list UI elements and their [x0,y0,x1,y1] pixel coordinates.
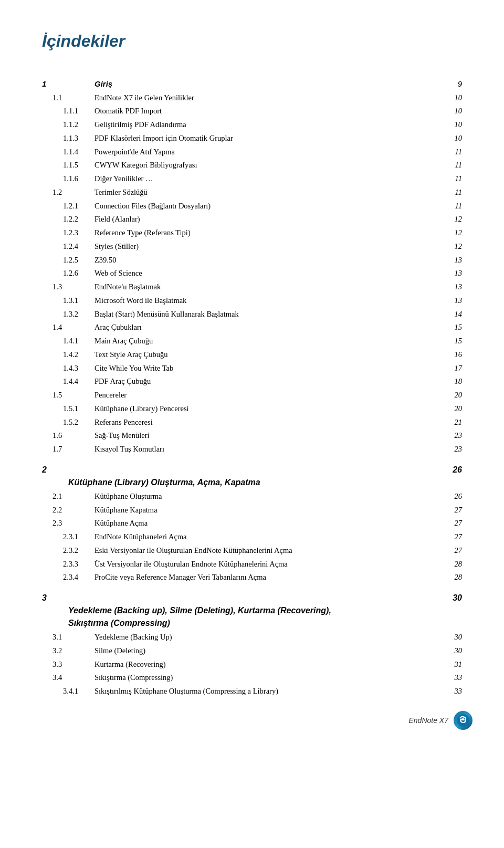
toc-row: 3.4 Sıkıştırma (Compressing) 33 [42,671,462,685]
toc-row: 1.4.1 Main Araç Çubuğu 15 [42,334,462,348]
toc-row: 1.1.4 Powerpoint'de Atıf Yapma 11 [42,145,462,159]
toc-row: 1.6 Sağ-Tuş Menüleri 23 [42,429,462,443]
toc-row: 1.1.1 Otomatik PDF Import 10 [42,104,462,118]
toc-row: 3.3 Kurtarma (Recovering) 31 [42,658,462,672]
toc-row: 1.4.4 PDF Araç Çubuğu 18 [42,375,462,389]
toc-row: 2.3.4 ProCite veya Reference Manager Ver… [42,571,462,584]
toc-row: 1.2.5 Z39.50 13 [42,254,462,267]
toc-row: 1.1.5 CWYW Kategori Bibliyografyası 11 [42,159,462,172]
toc-row: 3.1 Yedekleme (Backing Up) 30 [42,631,462,644]
footer-text: EndNote X7 [409,716,449,725]
toc-row: 1.5 Pencereler 20 [42,389,462,402]
toc-row: 2.3 Kütüphane Açma 27 [42,517,462,530]
toc-row: 3 Yedekleme (Backing up), Silme (Deletin… [42,584,462,631]
toc-row: 1.2.2 Field (Alanlar) 12 [42,213,462,226]
toc-table: 1 Giriş 9 1.1 EndNote X7 ile Gelen Yenil… [42,77,462,698]
toc-row: 1.4.2 Text Style Araç Çubuğu 16 [42,348,462,362]
toc-row: 1.1.3 PDF Klasörleri Import için Otomati… [42,132,462,145]
toc-row: 1.3 EndNote'u Başlatmak 13 [42,280,462,294]
toc-row: 1.1 EndNote X7 ile Gelen Yenilikler 10 [42,91,462,105]
toc-row: 2.3.2 Eski Versiyonlar ile Oluşturulan E… [42,544,462,558]
toc-row: 1.2.4 Styles (Stiller) 12 [42,240,462,254]
toc-row: 1.5.1 Kütüphane (Library) Penceresi 20 [42,402,462,416]
footer: EndNote X7 [409,711,473,730]
toc-row: 1 Giriş 9 [42,77,462,91]
toc-row: 1.7 Kısayol Tuş Komutları 23 [42,443,462,456]
toc-row: 2.3.3 Üst Versiyonlar ile Oluşturulan En… [42,558,462,571]
page: İçindekiler 1 Giriş 9 1.1 EndNote X7 ile… [0,0,504,740]
toc-row: 2.3.1 EndNote Kütüphaneleri Açma 27 [42,530,462,544]
toc-row: 1.1.2 Geliştirilmiş PDF Adlandırma 10 [42,118,462,132]
endnote-logo-icon [454,711,472,730]
toc-row: 1.3.2 Başlat (Start) Menüsünü Kullanarak… [42,308,462,321]
toc-row: 1.2 Terimler Sözlüğü 11 [42,186,462,200]
toc-row: 1.3.1 Microsoft Word ile Başlatmak 13 [42,294,462,308]
toc-row: 1.1.6 Diğer Yenilikler … 11 [42,172,462,186]
toc-row: 1.2.1 Connection Files (Bağlantı Dosyala… [42,200,462,213]
toc-row: 2 Kütüphane (Library) Oluşturma, Açma, K… [42,456,462,490]
toc-row: 1.5.2 Referans Penceresi 21 [42,416,462,430]
toc-row: 3.4.1 Sıkıştırılmış Kütüphane Oluşturma … [42,685,462,698]
toc-row: 3.2 Silme (Deleting) 30 [42,644,462,658]
toc-row: 1.4 Araç Çubukları 15 [42,321,462,334]
page-title: İçindekiler [42,32,462,51]
toc-row: 1.4.3 Cite While You Write Tab 17 [42,362,462,375]
toc-row: 2.1 Kütüphane Oluşturma 26 [42,490,462,504]
toc-row: 1.2.3 Reference Type (Referans Tipi) 12 [42,226,462,240]
toc-row: 1.2.6 Web of Science 13 [42,267,462,280]
toc-row: 2.2 Kütüphane Kapatma 27 [42,504,462,517]
